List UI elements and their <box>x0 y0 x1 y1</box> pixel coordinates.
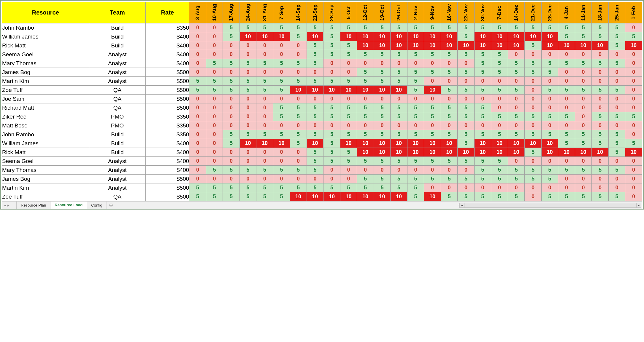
load-cell[interactable]: 5 <box>491 50 508 59</box>
resource-cell[interactable]: Zoe Tuff <box>2 192 89 201</box>
load-cell[interactable]: 0 <box>558 95 575 103</box>
load-cell[interactable]: 0 <box>508 77 525 86</box>
load-cell[interactable]: 10 <box>357 139 374 148</box>
load-cell[interactable]: 5 <box>391 77 407 86</box>
load-cell[interactable]: 0 <box>508 157 525 166</box>
load-cell[interactable]: 0 <box>189 103 206 112</box>
load-cell[interactable]: 5 <box>391 175 407 183</box>
load-cell[interactable]: 0 <box>558 157 575 166</box>
load-cell[interactable]: 0 <box>592 68 609 77</box>
team-cell[interactable]: Analyst <box>89 175 146 183</box>
load-cell[interactable]: 10 <box>508 41 525 50</box>
load-cell[interactable]: 0 <box>592 103 609 112</box>
load-cell[interactable]: 5 <box>273 130 290 139</box>
load-cell[interactable]: 5 <box>558 166 575 175</box>
load-cell[interactable]: 5 <box>323 77 340 86</box>
load-cell[interactable]: 5 <box>575 192 592 201</box>
team-cell[interactable]: QA <box>89 192 146 201</box>
load-cell[interactable]: 5 <box>189 77 206 86</box>
scroll-left-button[interactable]: ◂ <box>459 203 464 208</box>
load-cell[interactable]: 5 <box>424 50 441 59</box>
load-cell[interactable]: 0 <box>273 157 290 166</box>
load-cell[interactable]: 10 <box>374 148 391 157</box>
load-cell[interactable]: 5 <box>223 130 240 139</box>
load-cell[interactable]: 5 <box>541 23 558 32</box>
team-cell[interactable]: Analyst <box>89 77 146 86</box>
load-cell[interactable]: 0 <box>206 23 223 32</box>
load-cell[interactable]: 5 <box>575 23 592 32</box>
load-cell[interactable]: 5 <box>290 59 307 68</box>
load-cell[interactable]: 10 <box>424 139 441 148</box>
load-cell[interactable]: 10 <box>592 41 609 50</box>
load-cell[interactable]: 5 <box>441 23 458 32</box>
load-cell[interactable]: 5 <box>441 50 458 59</box>
load-cell[interactable]: 5 <box>508 130 525 139</box>
load-cell[interactable]: 5 <box>575 139 592 148</box>
resource-cell[interactable]: Joe Sam <box>2 95 89 103</box>
load-cell[interactable]: 5 <box>441 175 458 183</box>
load-cell[interactable]: 0 <box>424 166 441 175</box>
load-cell[interactable]: 0 <box>608 68 625 77</box>
load-cell[interactable]: 0 <box>206 148 223 157</box>
load-cell[interactable]: 5 <box>239 86 256 95</box>
load-cell[interactable]: 5 <box>223 32 240 41</box>
load-cell[interactable]: 5 <box>508 166 525 175</box>
load-cell[interactable]: 5 <box>206 59 223 68</box>
load-cell[interactable]: 0 <box>189 175 206 183</box>
load-cell[interactable]: 5 <box>458 175 475 183</box>
load-cell[interactable]: 0 <box>608 183 625 192</box>
load-cell[interactable]: 5 <box>374 68 391 77</box>
load-cell[interactable]: 10 <box>340 139 357 148</box>
load-cell[interactable]: 0 <box>525 50 542 59</box>
load-cell[interactable]: 5 <box>391 130 407 139</box>
rate-cell[interactable]: $500 <box>146 86 189 95</box>
load-cell[interactable]: 5 <box>189 183 206 192</box>
load-cell[interactable]: 5 <box>273 86 290 95</box>
load-cell[interactable]: 5 <box>340 157 357 166</box>
load-cell[interactable]: 5 <box>323 157 340 166</box>
load-cell[interactable]: 5 <box>508 175 525 183</box>
load-cell[interactable]: 5 <box>592 130 609 139</box>
load-cell[interactable]: 5 <box>357 183 374 192</box>
load-cell[interactable]: 5 <box>206 166 223 175</box>
load-cell[interactable]: 10 <box>525 32 542 41</box>
load-cell[interactable]: 5 <box>239 166 256 175</box>
load-cell[interactable]: 5 <box>458 192 475 201</box>
load-cell[interactable]: 5 <box>474 23 491 32</box>
load-cell[interactable]: 5 <box>307 130 323 139</box>
load-cell[interactable]: 5 <box>491 192 508 201</box>
load-cell[interactable]: 0 <box>491 103 508 112</box>
load-cell[interactable]: 5 <box>424 130 441 139</box>
load-cell[interactable]: 5 <box>491 59 508 68</box>
sheet-tab[interactable]: Resource Load <box>50 202 87 209</box>
load-cell[interactable]: 0 <box>239 148 256 157</box>
load-cell[interactable]: 5 <box>441 103 458 112</box>
load-cell[interactable]: 5 <box>307 166 323 175</box>
load-cell[interactable]: 5 <box>256 192 273 201</box>
load-cell[interactable]: 0 <box>592 77 609 86</box>
load-cell[interactable]: 0 <box>625 175 642 183</box>
load-cell[interactable]: 5 <box>608 130 625 139</box>
load-cell[interactable]: 5 <box>592 32 609 41</box>
load-cell[interactable]: 0 <box>189 166 206 175</box>
load-cell[interactable]: 5 <box>307 148 323 157</box>
load-cell[interactable]: 0 <box>323 166 340 175</box>
load-cell[interactable]: 0 <box>608 95 625 103</box>
load-cell[interactable]: 10 <box>273 32 290 41</box>
load-cell[interactable]: 5 <box>340 130 357 139</box>
col-header-date[interactable]: 7-Sep <box>273 2 290 23</box>
load-cell[interactable]: 5 <box>256 166 273 175</box>
load-cell[interactable]: 10 <box>307 139 323 148</box>
tab-split-handle[interactable]: ⋮ <box>457 203 459 208</box>
load-cell[interactable]: 5 <box>541 130 558 139</box>
load-cell[interactable]: 5 <box>441 130 458 139</box>
load-cell[interactable]: 0 <box>625 157 642 166</box>
load-cell[interactable]: 5 <box>608 139 625 148</box>
load-cell[interactable]: 10 <box>474 139 491 148</box>
load-cell[interactable]: 10 <box>323 192 340 201</box>
load-cell[interactable]: 5 <box>374 112 391 121</box>
load-cell[interactable]: 0 <box>541 183 558 192</box>
load-cell[interactable]: 5 <box>357 77 374 86</box>
load-cell[interactable]: 10 <box>575 41 592 50</box>
load-cell[interactable]: 5 <box>608 32 625 41</box>
